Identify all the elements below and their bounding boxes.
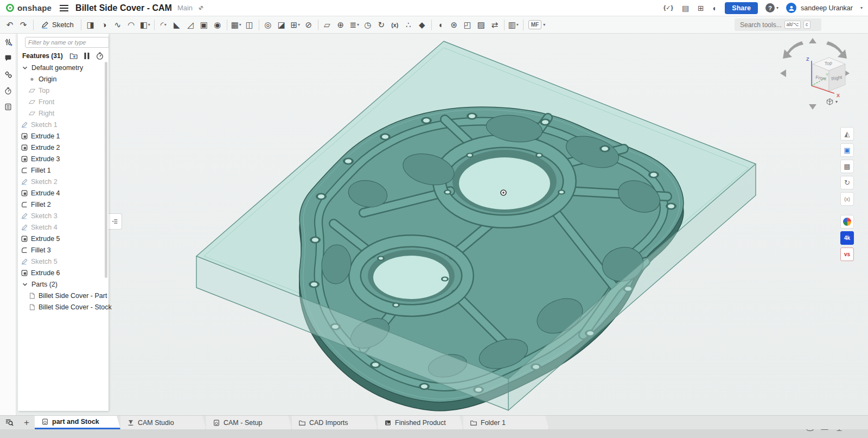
view-cube[interactable]: Top Front Right Z X Y — [777, 36, 853, 115]
appearance-app-button[interactable]: ◭ — [840, 127, 854, 141]
fillet-button[interactable]: ◜▾ — [157, 18, 170, 31]
search-tools-input[interactable]: Search tools... alt/⌥ c — [735, 18, 821, 31]
filter-input[interactable] — [25, 37, 109, 48]
custom-feature-mf-button[interactable]: MF ▾ — [528, 20, 545, 29]
avatar[interactable] — [786, 3, 796, 13]
tab-cam-studio[interactable]: CAM Studio — [120, 416, 206, 429]
tree-item-sketch-4[interactable]: Sketch 4 — [18, 221, 108, 233]
featurescript-notices-icon[interactable]: {✓} — [663, 5, 673, 11]
tab-cam-setup[interactable]: CAM - Setup — [206, 416, 292, 429]
tab-finished-product[interactable]: Finished Product — [378, 416, 463, 429]
sketch-button[interactable]: Sketch — [36, 20, 78, 30]
simulation-app-button[interactable]: ↻ — [840, 176, 854, 189]
export-rule-button[interactable]: ◰ — [461, 18, 475, 31]
graphics-viewport[interactable]: Top Front Right Z X Y ▾ — [16, 34, 868, 415]
create-folder-icon[interactable] — [69, 52, 78, 60]
revolve-button[interactable]: ◑ — [98, 18, 111, 31]
thicken-button[interactable]: ◧▾ — [138, 18, 152, 31]
tree-item-extrude-1[interactable]: Extrude 1 — [18, 130, 108, 142]
main-menu-icon[interactable] — [59, 4, 69, 12]
tree-item-origin[interactable]: Origin — [18, 73, 108, 85]
chamfer-button[interactable]: ◣ — [170, 18, 184, 31]
tree-item-right-plane[interactable]: Right — [18, 107, 108, 119]
derived-button[interactable]: ⊛ — [448, 18, 461, 31]
tag-button[interactable]: ◆ — [416, 18, 429, 31]
tree-group-default-geometry[interactable]: Default geometry — [18, 62, 108, 73]
user-menu-caret-icon[interactable]: ▾ — [860, 5, 863, 10]
tree-item-sketch-2[interactable]: Sketch 2 — [18, 176, 108, 187]
tree-item-billet-side-cover-part[interactable]: Billet Side Cover - Part — [18, 290, 108, 301]
tree-item-extrude-4[interactable]: Extrude 4 — [18, 187, 108, 199]
publish-button[interactable]: ◖ — [434, 18, 448, 31]
machine-app-button[interactable]: ▩ — [840, 160, 854, 173]
tree-item-extrude-6[interactable]: Extrude 6 — [18, 267, 108, 278]
tree-item-extrude-5[interactable]: Extrude 5 — [18, 233, 108, 244]
boolean-button[interactable]: ◎ — [261, 18, 275, 31]
tree-item-sketch-3[interactable]: Sketch 3 — [18, 210, 108, 221]
tree-scrollbar[interactable] — [105, 62, 107, 278]
regen-time-icon[interactable] — [95, 52, 104, 60]
tree-item-front-plane[interactable]: Front — [18, 96, 108, 107]
render-app-button[interactable]: ▣ — [840, 143, 854, 157]
configurations-panel-button[interactable] — [0, 34, 16, 50]
mate-connector-button[interactable]: ≣▾ — [348, 18, 361, 31]
billet-side-cover-part[interactable] — [299, 107, 684, 411]
tree-item-sketch-1[interactable]: Sketch 1 — [18, 119, 108, 130]
import-derived-button[interactable]: ↻ — [375, 18, 388, 31]
tab-folder-1[interactable]: Folder 1 — [463, 416, 549, 429]
comments-panel-button[interactable] — [0, 50, 16, 66]
view-cube-body[interactable]: Top Front Right — [813, 58, 845, 91]
view-options-button[interactable]: ▾ — [826, 98, 838, 106]
release-notes-icon[interactable]: ▤ — [682, 4, 689, 12]
link-icon[interactable] — [197, 4, 205, 12]
tree-item-fillet-1[interactable]: Fillet 1 — [18, 164, 108, 176]
tab-search-button[interactable] — [0, 416, 18, 429]
redo-button[interactable]: ↷ — [17, 18, 30, 31]
split-button[interactable]: ◪ — [275, 18, 289, 31]
vs-app-button[interactable]: vs — [840, 247, 854, 261]
loft-button[interactable]: ◠ — [125, 18, 138, 31]
document-title[interactable]: Billet Side Cover - CAM — [75, 3, 172, 13]
custom-feature-button[interactable]: ▥▾ — [507, 18, 520, 31]
4k-app-button[interactable]: 4k — [840, 231, 854, 245]
plane-button[interactable]: ▱ — [321, 18, 334, 31]
tree-item-extrude-2[interactable]: Extrude 2 — [18, 142, 108, 153]
extrude-button[interactable]: ◨ — [84, 18, 98, 31]
help-menu[interactable]: ? ▾ — [765, 3, 778, 12]
draft-button[interactable]: ◿ — [184, 18, 197, 31]
tree-item-fillet-2[interactable]: Fillet 2 — [18, 199, 108, 210]
mirror-button[interactable]: ◫ — [243, 18, 257, 31]
custom-tables-panel-button[interactable] — [0, 99, 16, 115]
variable-button[interactable]: (x) — [388, 18, 402, 31]
origin-marker[interactable] — [501, 190, 506, 195]
tree-item-fillet-3[interactable]: Fillet 3 — [18, 244, 108, 256]
configurations-button[interactable]: ∴ — [402, 18, 416, 31]
add-tab-button[interactable]: + — [18, 416, 35, 429]
user-name[interactable]: sandeep Urankar — [801, 4, 853, 12]
copy-part-button[interactable]: ▨ — [475, 18, 488, 31]
tree-item-sketch-5[interactable]: Sketch 5 — [18, 256, 108, 267]
pause-rollback-icon[interactable] — [84, 52, 90, 60]
sweep-button[interactable]: ∿ — [111, 18, 125, 31]
branch-label[interactable]: Main — [177, 4, 193, 12]
panel-collapse-handle[interactable] — [108, 213, 122, 230]
share-button[interactable]: Share — [725, 2, 758, 14]
tab-cad-imports[interactable]: CAD Imports — [292, 416, 378, 429]
shell-button[interactable]: ▣ — [197, 18, 211, 31]
theme-toggle-icon[interactable]: ◐ — [713, 4, 717, 12]
3d-scene[interactable] — [16, 34, 868, 415]
integrations-panel-button[interactable] — [0, 66, 16, 82]
tree-item-top-plane[interactable]: Top — [18, 85, 108, 96]
point-button[interactable]: ⊕ — [334, 18, 348, 31]
delete-part-button[interactable]: ⊘ — [302, 18, 316, 31]
tab-part-and-stock[interactable]: part and Stock — [35, 416, 120, 429]
app-store-icon[interactable]: ⊞ — [698, 4, 704, 12]
help-icon[interactable]: ? — [765, 3, 775, 12]
tree-item-extrude-3[interactable]: Extrude 3 — [18, 153, 108, 164]
hole-button[interactable]: ◉ — [211, 18, 225, 31]
tree-group-parts[interactable]: Parts (2) — [18, 278, 108, 290]
color-wheel-app-button[interactable] — [840, 215, 854, 228]
helix-button[interactable]: ◷ — [361, 18, 375, 31]
linear-pattern-button[interactable]: ▦▾ — [229, 18, 243, 31]
replicate-button[interactable]: ⇄ — [488, 18, 502, 31]
